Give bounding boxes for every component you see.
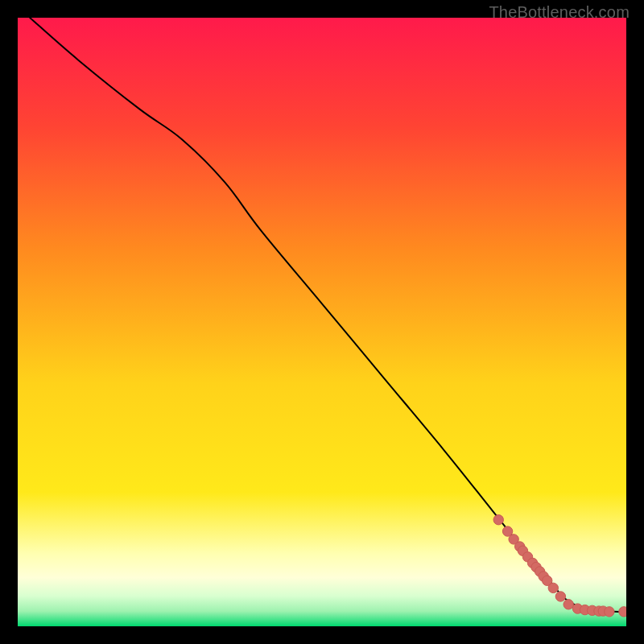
- data-point: [605, 607, 614, 617]
- data-point: [619, 607, 626, 617]
- data-point: [564, 600, 573, 609]
- gradient-background: [18, 18, 626, 626]
- data-point: [548, 583, 558, 592]
- data-point: [493, 515, 503, 525]
- chart-stage: TheBottleneck.com: [0, 0, 644, 644]
- watermark-text: TheBottleneck.com: [489, 3, 630, 22]
- data-point: [555, 592, 565, 601]
- chart-svg: [18, 18, 626, 626]
- plot-area: [18, 18, 626, 626]
